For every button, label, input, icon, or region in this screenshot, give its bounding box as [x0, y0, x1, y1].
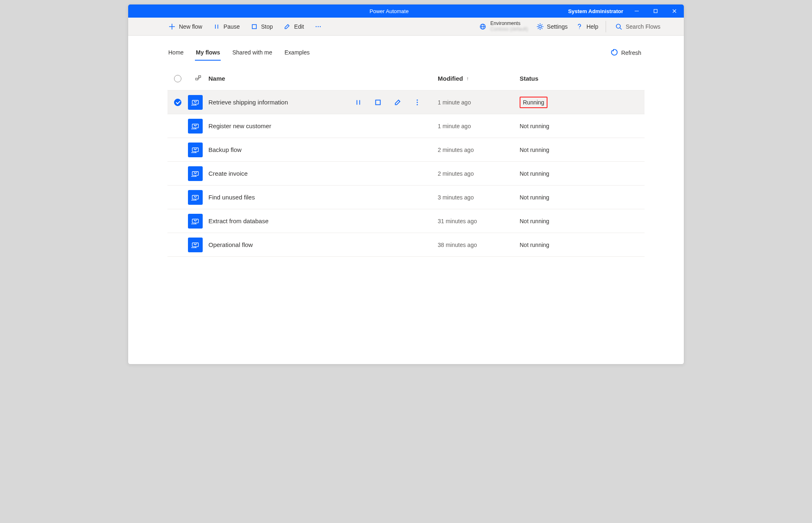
table-row[interactable]: Operational flow38 minutes agoNot runnin…	[167, 233, 645, 257]
user-name[interactable]: System Administrator	[568, 8, 627, 14]
desktop-flow-icon	[188, 214, 203, 229]
row-select[interactable]	[167, 99, 188, 106]
status-text: Running	[520, 97, 547, 108]
flow-name-cell[interactable]: Retrieve shipping information	[208, 98, 438, 106]
divider	[606, 21, 606, 32]
desktop-flow-icon	[188, 143, 203, 157]
svg-point-15	[539, 25, 541, 28]
maximize-button[interactable]	[646, 5, 665, 18]
refresh-label: Refresh	[621, 50, 641, 56]
row-stop-button[interactable]	[374, 98, 382, 106]
svg-point-10	[318, 26, 319, 27]
stop-button[interactable]: Stop	[247, 20, 277, 33]
status-text: Not running	[520, 218, 549, 224]
table-row[interactable]: Register new customer1 minute agoNot run…	[167, 114, 645, 138]
app-window: Power Automate System Administrator New …	[128, 4, 684, 365]
grid-header: Name Modified ↑ Status	[167, 67, 645, 91]
flow-name[interactable]: Create invoice	[208, 170, 248, 177]
minimize-button[interactable]	[627, 5, 646, 18]
more-icon	[314, 23, 322, 30]
desktop-flow-icon	[188, 166, 203, 181]
search-box[interactable]	[609, 23, 681, 30]
edit-icon	[283, 23, 291, 30]
flow-badge	[188, 143, 208, 157]
flow-name[interactable]: Retrieve shipping information	[208, 99, 288, 106]
environment-label: Environments	[491, 21, 528, 26]
edit-label: Edit	[294, 23, 304, 30]
table-row[interactable]: Create invoice2 minutes agoNot running	[167, 162, 645, 186]
flow-name-cell[interactable]: Extract from database	[208, 217, 438, 224]
modified-time: 1 minute ago	[438, 123, 471, 129]
svg-point-29	[417, 104, 418, 105]
tab-home[interactable]: Home	[167, 45, 184, 61]
flow-badge	[188, 166, 208, 181]
flow-name-cell[interactable]: Operational flow	[208, 241, 438, 248]
flow-badge	[188, 95, 208, 110]
more-button[interactable]	[310, 20, 326, 33]
flow-name-cell[interactable]: Find unused files	[208, 194, 438, 201]
desktop-flow-icon	[188, 190, 203, 205]
app-title: Power Automate	[210, 8, 568, 14]
flow-name-cell[interactable]: Register new customer	[208, 122, 438, 129]
svg-point-27	[417, 99, 418, 100]
flow-name-cell[interactable]: Create invoice	[208, 170, 438, 177]
type-column-header[interactable]	[188, 75, 208, 82]
table-row[interactable]: Backup flow2 minutes agoNot running	[167, 138, 645, 162]
search-input[interactable]	[626, 23, 675, 30]
tab-my-flows[interactable]: My flows	[195, 45, 221, 61]
svg-rect-19	[196, 78, 198, 80]
environment-text: Environments Contoso (default)	[491, 21, 528, 32]
search-icon	[615, 23, 622, 30]
flow-type-icon	[195, 75, 201, 82]
status-text: Not running	[520, 147, 549, 153]
flow-name[interactable]: Find unused files	[208, 194, 255, 201]
edit-button[interactable]: Edit	[279, 20, 308, 33]
flow-name[interactable]: Extract from database	[208, 217, 269, 224]
environment-picker[interactable]: Environments Contoso (default)	[475, 21, 532, 32]
flow-name[interactable]: Operational flow	[208, 241, 253, 248]
settings-button[interactable]: Settings	[532, 20, 572, 33]
flow-name[interactable]: Backup flow	[208, 146, 242, 153]
desktop-flow-icon	[188, 95, 203, 110]
flow-badge	[188, 214, 208, 229]
tab-shared[interactable]: Shared with me	[231, 45, 273, 61]
select-all[interactable]	[167, 75, 188, 82]
svg-rect-1	[654, 9, 657, 13]
row-actions	[354, 98, 438, 106]
table-row[interactable]: Retrieve shipping information1 minute ag…	[167, 91, 645, 114]
desktop-flow-icon	[188, 119, 203, 134]
flow-name-cell[interactable]: Backup flow	[208, 146, 438, 153]
table-row[interactable]: Extract from database31 minutes agoNot r…	[167, 209, 645, 233]
plus-icon	[168, 23, 176, 30]
close-button[interactable]	[665, 5, 684, 18]
table-row[interactable]: Find unused files3 minutes agoNot runnin…	[167, 186, 645, 209]
svg-rect-8	[252, 25, 256, 29]
name-column-header[interactable]: Name	[208, 75, 438, 82]
refresh-button[interactable]: Refresh	[607, 46, 645, 60]
flow-badge	[188, 238, 208, 252]
flow-badge	[188, 119, 208, 134]
globe-icon	[479, 23, 486, 30]
row-more-button[interactable]	[413, 98, 421, 106]
svg-point-11	[320, 26, 321, 27]
status-text: Not running	[520, 123, 549, 129]
desktop-flow-icon	[188, 238, 203, 252]
pause-button[interactable]: Pause	[209, 20, 244, 33]
status-column-header[interactable]: Status	[520, 75, 626, 82]
svg-point-9	[316, 26, 317, 27]
new-flow-button[interactable]: New flow	[164, 20, 206, 33]
stop-icon	[251, 23, 258, 30]
modified-time: 2 minutes ago	[438, 170, 474, 177]
modified-column-header[interactable]: Modified ↑	[438, 75, 520, 82]
row-pause-button[interactable]	[354, 98, 362, 106]
flow-badge	[188, 190, 208, 205]
modified-time: 2 minutes ago	[438, 147, 474, 153]
svg-point-17	[616, 24, 620, 28]
new-flow-label: New flow	[179, 23, 202, 30]
row-edit-button[interactable]	[394, 98, 402, 106]
help-button[interactable]: Help	[572, 20, 602, 33]
tab-examples[interactable]: Examples	[284, 45, 310, 61]
flow-name[interactable]: Register new customer	[208, 122, 271, 129]
content-area: Home My flows Shared with me Examples Re…	[128, 36, 684, 364]
tab-row: Home My flows Shared with me Examples Re…	[167, 44, 645, 62]
